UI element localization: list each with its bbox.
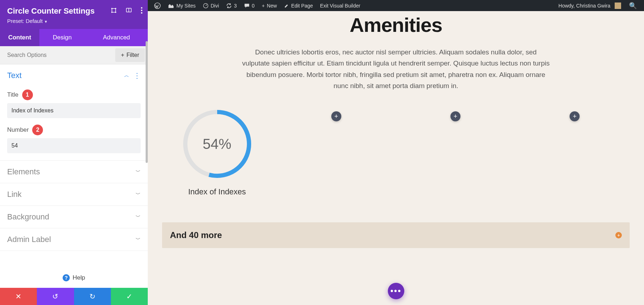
undo-button[interactable]: ↺ <box>37 288 74 305</box>
add-module-button[interactable]: + <box>450 111 460 121</box>
more-icon[interactable] <box>141 7 143 14</box>
toggle-expand-icon[interactable]: + <box>615 232 622 238</box>
wp-exit-builder[interactable]: Exit Visual Builder <box>317 3 364 9</box>
section-elements-title: Elements <box>7 167 40 176</box>
circle-row: 54% Index of Indexes + + + <box>162 108 630 197</box>
chevron-down-icon: ﹀ <box>136 191 141 198</box>
preset-name: Default <box>26 18 43 24</box>
circle-counter-module[interactable]: 54% Index of Indexes <box>162 108 272 197</box>
empty-column-3[interactable]: + <box>401 108 511 197</box>
wp-admin-bar: My Sites Divi 3 0 +New Edit Page Exit Vi… <box>148 0 644 11</box>
svg-point-2 <box>115 8 116 9</box>
plus-icon: + <box>121 52 124 58</box>
caret-down-icon: ▼ <box>44 20 48 24</box>
section-link-header[interactable]: Link ﹀ <box>0 183 148 205</box>
builder-fab[interactable]: ••• <box>388 283 404 299</box>
section-text-header[interactable]: Text ︿ ⋮ <box>0 64 148 87</box>
preset-selector[interactable]: Preset: Default▼ <box>7 18 141 24</box>
section-adminlabel-title: Admin Label <box>7 235 51 244</box>
search-icon[interactable]: 🔍 <box>625 2 641 10</box>
svg-point-7 <box>141 7 142 9</box>
svg-point-1 <box>112 8 112 9</box>
redo-button[interactable]: ↻ <box>74 288 111 305</box>
wp-edit-page[interactable]: Edit Page <box>280 3 317 9</box>
add-module-button[interactable]: + <box>570 111 580 121</box>
page-title: Amenities <box>148 13 644 37</box>
empty-column-4[interactable]: + <box>520 108 630 197</box>
empty-column-2[interactable]: + <box>281 108 391 197</box>
section-link-title: Link <box>7 190 21 199</box>
expand-icon[interactable] <box>111 7 117 14</box>
sidebar-header: Circle Counter Settings Preset: Default▼ <box>0 0 148 29</box>
toggle-label: And 40 more <box>170 230 222 240</box>
circle-title: Index of Indexes <box>188 187 246 197</box>
cancel-button[interactable]: ✕ <box>0 288 37 305</box>
section-adminlabel-header[interactable]: Admin Label ﹀ <box>0 228 148 251</box>
page-description: Donec ultricies lobortis eros, nec aucto… <box>242 47 550 91</box>
chevron-down-icon: ﹀ <box>136 169 141 175</box>
circle-percent: 54% <box>182 108 253 179</box>
tab-advanced[interactable]: Advanced <box>85 29 148 46</box>
section-background-title: Background <box>7 212 49 222</box>
section-elements-header[interactable]: Elements ﹀ <box>0 161 148 183</box>
settings-tabs: Content Design Advanced <box>0 29 148 46</box>
plus-icon: + <box>262 3 265 9</box>
help-link[interactable]: ? Help <box>0 268 148 288</box>
responsive-icon[interactable] <box>126 7 132 14</box>
wp-comments[interactable]: 0 <box>240 3 258 9</box>
preview-canvas: Amenities Donec ultricies lobortis eros,… <box>148 11 644 305</box>
wp-greeting[interactable]: Howdy, Christina Gwira <box>555 3 625 9</box>
wp-new[interactable]: +New <box>258 3 280 9</box>
section-more-icon[interactable]: ⋮ <box>133 71 141 80</box>
svg-line-12 <box>206 4 207 5</box>
tab-content[interactable]: Content <box>0 29 39 46</box>
circle-counter: 54% <box>182 108 253 179</box>
search-row: + Filter <box>0 46 148 64</box>
avatar <box>615 3 621 9</box>
number-input[interactable] <box>7 138 141 153</box>
filter-label: Filter <box>126 52 139 58</box>
title-input[interactable] <box>7 103 141 118</box>
preset-prefix: Preset: <box>7 18 26 24</box>
section-text-body: Title 1 Number 2 <box>0 89 148 160</box>
svg-point-8 <box>141 10 142 11</box>
chevron-down-icon: ﹀ <box>136 236 141 243</box>
action-bar: ✕ ↺ ↻ ✓ <box>0 288 148 305</box>
help-label: Help <box>73 274 85 281</box>
wp-logo[interactable] <box>151 3 164 9</box>
add-module-button[interactable]: + <box>331 111 341 121</box>
wp-updates[interactable]: 3 <box>223 3 240 9</box>
svg-point-4 <box>115 12 116 13</box>
tab-design[interactable]: Design <box>39 29 85 46</box>
toggle-module[interactable]: And 40 more + <box>162 222 630 248</box>
title-label: Title <box>7 91 19 98</box>
chevron-up-icon: ︿ <box>124 72 129 79</box>
section-text-title: Text <box>7 71 21 80</box>
svg-point-3 <box>112 12 112 13</box>
wp-site-divi[interactable]: Divi <box>199 3 223 9</box>
chevron-down-icon: ﹀ <box>136 214 141 220</box>
number-label: Number <box>7 126 29 134</box>
filter-button[interactable]: + Filter <box>115 48 145 62</box>
badge-1: 1 <box>22 89 33 100</box>
svg-point-9 <box>141 12 142 14</box>
section-background-header[interactable]: Background ﹀ <box>0 206 148 228</box>
wp-my-sites[interactable]: My Sites <box>164 3 199 9</box>
search-input[interactable] <box>0 47 115 63</box>
settings-sidebar: Circle Counter Settings Preset: Default▼… <box>0 0 148 305</box>
badge-2: 2 <box>32 125 43 135</box>
options-scroll: Text ︿ ⋮ Title 1 Number 2 <box>0 64 148 268</box>
help-icon: ? <box>63 274 70 281</box>
svg-rect-0 <box>112 9 116 13</box>
save-button[interactable]: ✓ <box>111 288 148 305</box>
